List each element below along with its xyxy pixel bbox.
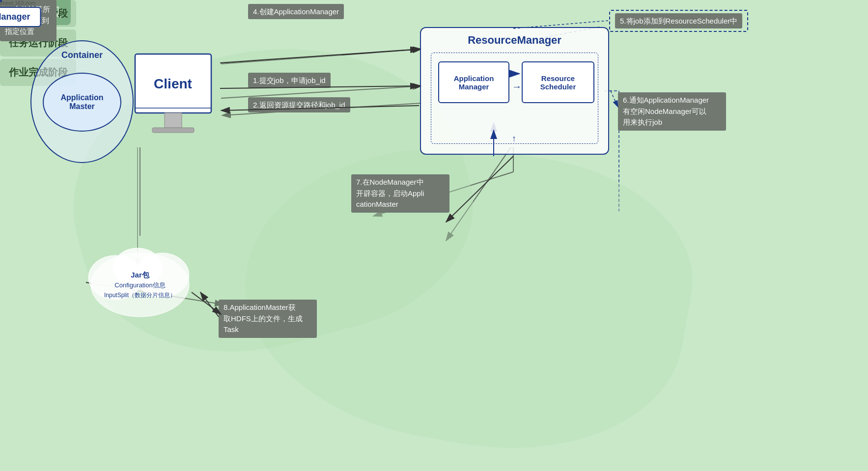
svg-text:InputSplit（数据分片信息）: InputSplit（数据分片信息）: [104, 292, 176, 299]
svg-line-12: [446, 147, 511, 241]
svg-text:Jar包: Jar包: [131, 271, 150, 279]
svg-line-31: [200, 292, 219, 317]
application-master-ellipse: ApplicationMaster: [43, 73, 121, 132]
step6-label: 6.通知ApplicationManager有空闲NodeManager可以用来…: [618, 92, 726, 131]
resource-manager-box: ResourceManager ApplicationManager → Res…: [420, 27, 609, 155]
client-component: Client: [128, 49, 219, 157]
application-master-label: ApplicationMaster: [60, 93, 103, 111]
nodemanager-right-label: NodeManager: [0, 7, 41, 27]
svg-text:Client: Client: [154, 76, 192, 91]
application-manager-box: ApplicationManager: [438, 61, 509, 103]
step2-label: 2.返回资源提交路径和job_id: [248, 97, 350, 112]
resource-scheduler-box: ResourceScheduler: [522, 61, 594, 103]
step1-label: 1.提交job，申请job_id: [248, 73, 331, 88]
step8-label: 8.ApplicationMaster获取HDFS上的文件，生成Task: [219, 300, 317, 338]
svg-rect-19: [165, 113, 182, 128]
rm-up-arrow: ↑: [512, 134, 516, 144]
step5-label: 5.将job添加到ResourceScheduler中: [615, 13, 742, 28]
svg-line-37: [611, 91, 618, 107]
svg-text:Configuration信息: Configuration信息: [114, 281, 165, 289]
watermark: imeet.163.com: [0, 0, 35, 6]
rm-arrow: →: [512, 81, 522, 92]
svg-line-32: [446, 156, 513, 222]
step5-container: 5.将job添加到ResourceScheduler中: [609, 10, 748, 32]
svg-line-5: [221, 49, 421, 64]
step7-label: 7.在NodeManager中开辟容器，启动ApplicationMaster: [351, 174, 449, 213]
svg-line-35: [220, 49, 419, 63]
resource-manager-title: ResourceManager: [421, 28, 608, 47]
step4-label: 4.创建ApplicationManager: [248, 4, 344, 19]
cloud-component: Jar包 Configuration信息 InputSplit（数据分片信息）: [81, 236, 199, 322]
svg-rect-20: [152, 128, 194, 133]
container-label: Container: [61, 50, 103, 60]
container-ellipse: Container ApplicationMaster: [30, 40, 134, 163]
